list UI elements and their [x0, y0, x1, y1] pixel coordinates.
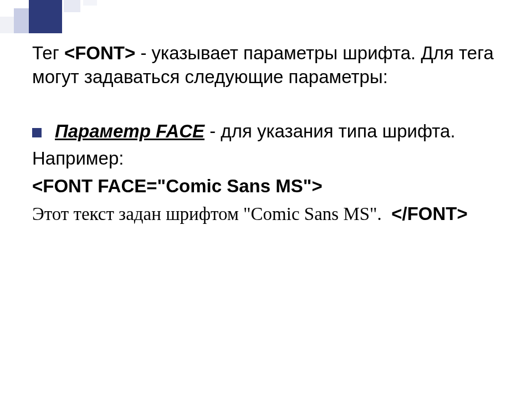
- intro-tag: <FONT>: [64, 43, 135, 63]
- intro-paragraph: Тег <FONT> - указывает параметры шрифта.…: [32, 42, 500, 89]
- decoration-square: [64, 0, 80, 12]
- bullet-item: Параметр FACE - для указания типа шрифта…: [32, 120, 500, 144]
- bullet-icon: [32, 128, 42, 137]
- comic-sans-line: Этот текст задан шрифтом "Comic Sans MS"…: [32, 201, 500, 227]
- decoration-square: [29, 0, 62, 33]
- param-name: Параметр FACE: [55, 121, 204, 141]
- intro-prefix: Тег: [32, 43, 64, 63]
- font-close-tag: </FONT>: [391, 203, 468, 224]
- slide-content: Тег <FONT> - указывает параметры шрифта.…: [32, 42, 500, 227]
- example-label: Например:: [32, 146, 500, 171]
- decoration-square: [83, 0, 97, 6]
- bullet-text: Параметр FACE - для указания типа шрифта…: [55, 120, 456, 144]
- comic-text: Этот текст задан шрифтом "Comic Sans MS"…: [32, 204, 386, 224]
- font-open-tag: <FONT FACE="Comic Sans MS">: [32, 173, 500, 199]
- param-rest: - для указания типа шрифта.: [204, 121, 456, 141]
